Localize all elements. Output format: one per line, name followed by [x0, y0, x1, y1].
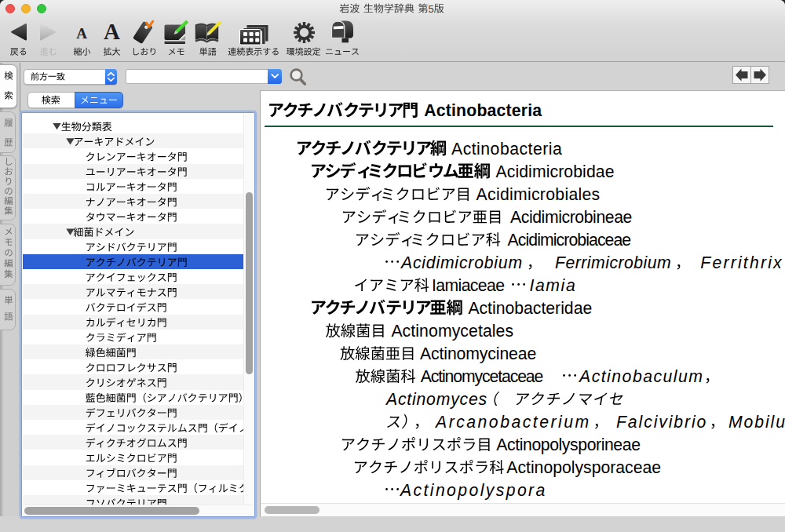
svg-text:Ferrimicrobium: Ferrimicrobium — [555, 253, 671, 271]
svg-text:Iamiaceae: Iamiaceae — [432, 276, 504, 294]
svg-text:Iamia: Iamia — [530, 276, 577, 294]
svg-text:Acidimicrobium: Acidimicrobium — [400, 253, 523, 271]
svg-text:Actinopolysporaceae: Actinopolysporaceae — [506, 458, 661, 477]
svg-text:Acidimicrobiaceae: Acidimicrobiaceae — [508, 231, 631, 249]
svg-text:Falcivibrio: Falcivibrio — [616, 413, 707, 431]
svg-text:Actinobacteria: Actinobacteria — [424, 101, 542, 119]
svg-text:Acidimicrobineae: Acidimicrobineae — [510, 208, 632, 226]
svg-text:Actinobaculum: Actinobaculum — [578, 367, 703, 385]
svg-text:Actinomyces: Actinomyces — [385, 390, 487, 409]
svg-text:A: A — [76, 25, 87, 42]
svg-text:Actinobacteria: Actinobacteria — [451, 140, 562, 158]
svg-text:Actinomycetales: Actinomycetales — [391, 322, 513, 341]
svg-text:Arcanobacterium: Arcanobacterium — [434, 413, 591, 431]
svg-text:Actinopolyspora: Actinopolyspora — [399, 481, 547, 500]
svg-text:Acidimicrobidae: Acidimicrobidae — [496, 162, 615, 180]
svg-text:Actinobacteridae: Actinobacteridae — [468, 299, 592, 317]
svg-text:Ferrithrix: Ferrithrix — [700, 253, 783, 271]
svg-text:Actinomycetaceae: Actinomycetaceae — [421, 367, 543, 386]
svg-text:Actinopolysporineae: Actinopolysporineae — [496, 435, 640, 454]
svg-text:Mobiluncus: Mobiluncus — [728, 413, 785, 431]
svg-text:A: A — [104, 19, 120, 44]
svg-text:Acidimicrobiales: Acidimicrobiales — [476, 185, 601, 203]
svg-text:Actinomycineae: Actinomycineae — [420, 344, 536, 363]
svg-text:5: 5 — [429, 3, 434, 15]
